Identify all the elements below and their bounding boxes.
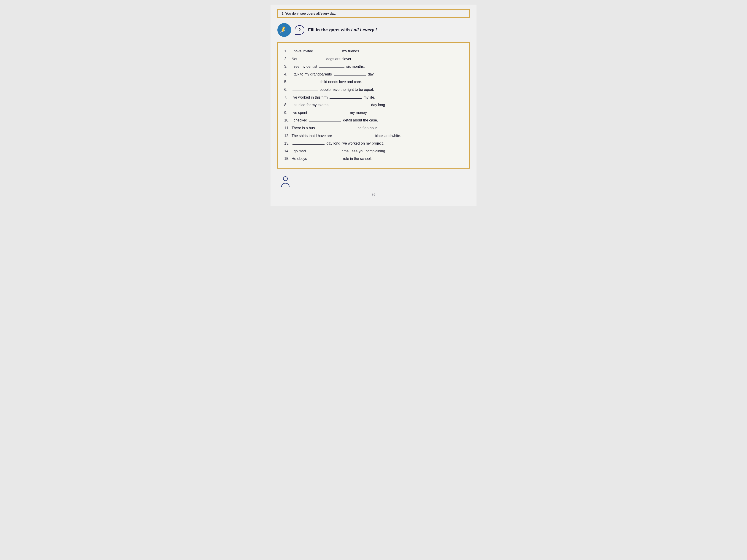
list-item: 8. I studied for my exams day long. — [284, 102, 463, 108]
blank-10[interactable] — [309, 121, 341, 122]
blank-11[interactable] — [317, 129, 356, 129]
exercise-number: 2 — [299, 28, 301, 32]
prev-exercise-text: 8. You don't see tigers all/every day. — [282, 11, 336, 15]
page-number: 86 — [277, 193, 470, 197]
exercise-instruction: Fill in the gaps with / all / every /. — [308, 27, 378, 32]
list-item: 15. He obeys rule in the school. — [284, 156, 463, 162]
list-item: 14. I go mad time I see you complaining. — [284, 148, 463, 154]
list-item: 3. I see my dentist six months. — [284, 63, 463, 70]
list-item: 2. Not dogs are clever. — [284, 56, 463, 62]
list-item: 12. The shirts that I have are black and… — [284, 133, 463, 139]
svg-point-4 — [283, 177, 287, 181]
list-item: 11. There is a bus half an hour. — [284, 125, 463, 131]
svg-marker-1 — [280, 32, 281, 33]
page: 8. You don't see tigers all/every day. 2… — [271, 5, 476, 206]
pencil-svg — [280, 26, 288, 34]
the-word: the — [321, 27, 328, 32]
prev-exercise-box: 8. You don't see tigers all/every day. — [277, 9, 470, 18]
with-word: with — [341, 27, 350, 32]
blank-3[interactable] — [319, 68, 344, 68]
list-item: 4. I talk to my grandparents day. — [284, 71, 463, 77]
to-word: to — [300, 72, 303, 76]
blank-12[interactable] — [334, 137, 373, 137]
blank-5[interactable] — [292, 83, 318, 83]
blank-6[interactable] — [292, 90, 318, 91]
list-item: 10. I checked detail about the case. — [284, 117, 463, 123]
blank-15[interactable] — [309, 160, 341, 160]
list-item: 9. I've spent my money. — [284, 110, 463, 116]
exercise-items-list: 1. I have invited my friends. 2. Not dog… — [284, 48, 463, 162]
exercise-number-badge: 2 — [295, 25, 304, 35]
pencil-icon — [277, 23, 291, 37]
blank-7[interactable] — [330, 98, 362, 99]
blank-4[interactable] — [334, 75, 366, 76]
list-item: 5. child needs love and care. — [284, 79, 463, 85]
footer-area — [277, 176, 470, 190]
list-item: 1. I have invited my friends. — [284, 48, 463, 54]
list-item: 6. people have the right to be equal. — [284, 87, 463, 92]
exercise-header: 2 Fill in the gaps with / all / every /. — [277, 23, 470, 37]
person-icon — [280, 176, 291, 190]
list-item: 7. I've worked in this firm my life. — [284, 95, 463, 101]
list-item: 13. day long I've worked on my project. — [284, 140, 463, 146]
exercise-box: 1. I have invited my friends. 2. Not dog… — [277, 42, 470, 168]
